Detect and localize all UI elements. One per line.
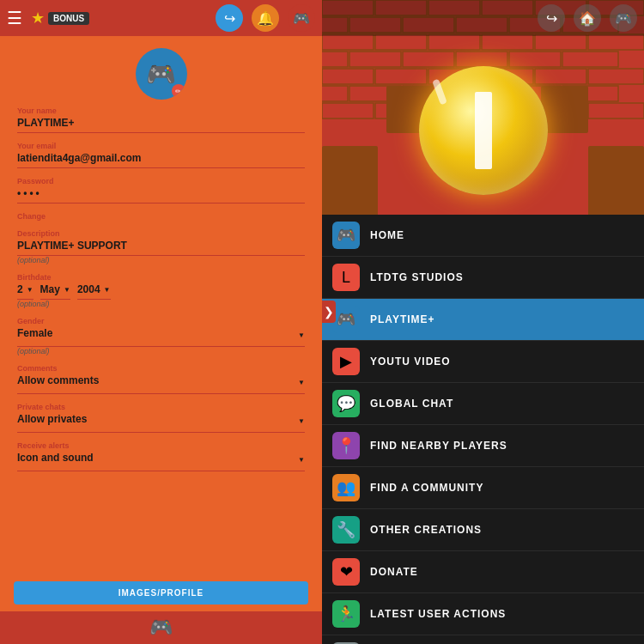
- email-value[interactable]: latiendita4ga@gmail.com: [17, 152, 305, 168]
- gender-field: Gender Female ▼ (optional): [17, 317, 305, 355]
- birthdate-label: Birthdate: [17, 273, 305, 282]
- menu-panel: 🎮HOMELLTDTG STUDIOS🎮PLAYTIME+▶YOUTU VIDE…: [322, 215, 644, 644]
- gender-label: Gender: [17, 317, 305, 325]
- private-value: Allow privates: [17, 413, 298, 428]
- gamepad-button[interactable]: 🎮: [288, 4, 315, 32]
- birth-year: 2004: [77, 283, 100, 295]
- birth-month-select[interactable]: May ▼: [40, 283, 70, 300]
- optional2: (optional): [17, 300, 305, 308]
- menu-item-globalchat[interactable]: 💬GLOBAL CHAT: [322, 383, 644, 425]
- right-icon2: 🏠: [579, 10, 596, 27]
- coin: [419, 66, 548, 195]
- images-profile-button[interactable]: IMAGES/PROFILE: [14, 581, 308, 605]
- private-arrow: ▼: [298, 417, 305, 425]
- menu-item-youtube[interactable]: ▶YOUTU VIDEO: [322, 341, 644, 383]
- menu-label-other: OTHER CREATIONS: [370, 524, 482, 536]
- header-actions: ↪ 🔔 🎮: [216, 4, 315, 32]
- name-value[interactable]: PLAYTIME+: [17, 117, 305, 133]
- menu-label-ltdtg: LTDTG STUDIOS: [370, 271, 464, 283]
- gender-arrow: ▼: [298, 331, 305, 339]
- month-arrow: ▼: [64, 286, 70, 294]
- bell-button[interactable]: 🔔: [252, 4, 279, 32]
- left-header: ☰ ★ BONUS ↪ 🔔 🎮: [0, 0, 322, 36]
- share-button[interactable]: ↪: [216, 4, 243, 32]
- menu-item-ltdtg[interactable]: LLTDTG STUDIOS: [322, 257, 644, 299]
- hamburger-icon[interactable]: ☰: [7, 8, 22, 28]
- coin-shine: [432, 79, 447, 106]
- menu-item-home[interactable]: 🎮HOME: [322, 215, 644, 257]
- logo-text: BONUS: [53, 14, 84, 23]
- side-arrow[interactable]: ❯: [322, 301, 336, 323]
- form-section: Your name PLAYTIME+ Your email latiendit…: [0, 106, 322, 574]
- private-select[interactable]: Allow privates ▼: [17, 413, 305, 433]
- birthdate-field: Birthdate 2 ▼ May ▼ 2004 ▼ (optional): [17, 273, 305, 308]
- menu-item-latest[interactable]: 🏃LATEST USER ACTIONS: [322, 593, 644, 635]
- right-gamepad-icon: 🎮: [615, 10, 632, 27]
- star-icon: ★: [31, 9, 45, 27]
- menu-label-youtube: YOUTU VIDEO: [370, 355, 451, 368]
- private-field: Private chats Allow privates ▼: [17, 403, 305, 433]
- right-gamepad-button[interactable]: 🎮: [610, 4, 637, 32]
- menu-icon-globalchat: 💬: [332, 390, 360, 417]
- comments-select[interactable]: Allow comments ▼: [17, 374, 305, 394]
- birth-day: 2: [17, 283, 23, 295]
- menu-label-donate: DONATE: [370, 566, 418, 578]
- edit-badge[interactable]: ✏: [172, 84, 185, 98]
- menu-item-donate[interactable]: ❤DONATE: [322, 551, 644, 593]
- menu-icon-youtube: ▶: [332, 348, 360, 375]
- menu-item-other[interactable]: 🔧OTHER CREATIONS: [322, 509, 644, 551]
- alerts-select[interactable]: Icon and sound ▼: [17, 452, 305, 471]
- right-share-button[interactable]: ↪: [538, 4, 565, 32]
- alerts-arrow: ▼: [298, 456, 305, 464]
- left-gamepad-icon: 🎮: [293, 10, 310, 27]
- bottom-nav: 🎮: [0, 611, 322, 644]
- menu-icon-other: 🔧: [332, 516, 360, 544]
- email-label: Your email: [17, 142, 305, 150]
- share-icon: ↪: [224, 10, 235, 27]
- comments-field: Comments Allow comments ▼: [17, 364, 305, 394]
- year-arrow: ▼: [104, 286, 111, 294]
- comments-label: Comments: [17, 364, 305, 373]
- right-share-icon: ↪: [546, 10, 557, 27]
- left-panel: ☰ ★ BONUS ↪ 🔔 🎮 🎮 ✏ Your name: [0, 0, 322, 644]
- coin-center-bar: [475, 92, 492, 169]
- password-field: Password ••••: [17, 177, 305, 204]
- menu-item-nearby[interactable]: 📍FIND NEARBY PLAYERS: [322, 425, 644, 467]
- avatar-section: 🎮 ✏: [0, 36, 322, 106]
- birth-year-select[interactable]: 2004 ▼: [77, 283, 111, 300]
- alerts-label: Receive alerts: [17, 441, 305, 450]
- password-label: Password: [17, 177, 305, 185]
- coin-area: [322, 36, 644, 225]
- avatar[interactable]: 🎮 ✏: [136, 48, 187, 100]
- password-value[interactable]: ••••: [17, 187, 305, 204]
- right-header: ↪ 🏠 🎮: [322, 0, 644, 36]
- menu-label-playtime: PLAYTIME+: [370, 313, 435, 325]
- gender-value: Female: [17, 327, 298, 343]
- optional3: (optional): [17, 347, 305, 355]
- menu-label-community: FIND A COMMUNITY: [370, 482, 483, 494]
- menu-item-community[interactable]: 👥FIND A COMMUNITY: [322, 467, 644, 509]
- name-label: Your name: [17, 106, 305, 115]
- menu-label-home: HOME: [370, 229, 404, 241]
- description-field: Description PLAYTIME+ SUPPORT (optional): [17, 229, 305, 264]
- menu-item-lastactions[interactable]: 🪑YOUR LAST ACTIONS: [322, 635, 644, 644]
- day-arrow: ▼: [27, 286, 33, 294]
- arrow-icon: ❯: [324, 305, 334, 319]
- email-field: Your email latiendita4ga@gmail.com: [17, 142, 305, 168]
- right-btn2[interactable]: 🏠: [574, 4, 601, 32]
- right-panel: ↪ 🏠 🎮 ❯ 🎮HOMELLTDTG STUDIOS🎮PLAYTIME+▶YO…: [322, 0, 644, 644]
- menu-icon-playtime: 🎮: [332, 306, 360, 333]
- bottom-nav-gamepad-icon[interactable]: 🎮: [149, 617, 173, 639]
- gender-select[interactable]: Female ▼: [17, 327, 305, 347]
- birth-month: May: [40, 283, 60, 295]
- avatar-image: 🎮: [146, 60, 176, 88]
- alerts-field: Receive alerts Icon and sound ▼: [17, 441, 305, 471]
- change-label: Change: [17, 212, 305, 221]
- bell-icon: 🔔: [257, 10, 274, 27]
- description-value[interactable]: PLAYTIME+ SUPPORT: [17, 240, 305, 256]
- menu-icon-latest: 🏃: [332, 600, 360, 628]
- menu-icon-community: 👥: [332, 474, 360, 501]
- menu-item-playtime[interactable]: 🎮PLAYTIME+: [322, 299, 644, 341]
- birthdate-row: 2 ▼ May ▼ 2004 ▼: [17, 283, 305, 300]
- birth-day-select[interactable]: 2 ▼: [17, 283, 33, 300]
